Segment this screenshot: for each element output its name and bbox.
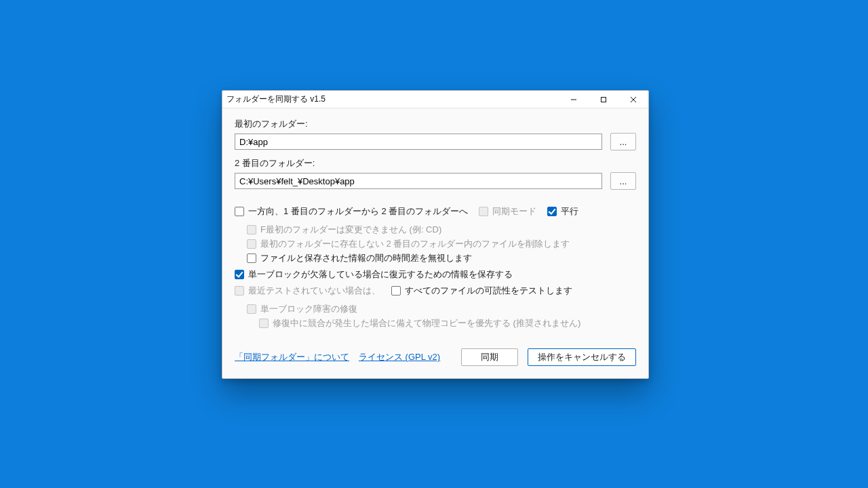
- ignore-time-diff-label: ファイルと保存された情報の間の時間差を無視します: [260, 252, 472, 264]
- parallel-label: 平行: [561, 205, 578, 218]
- test-all-readability-checkbox[interactable]: [391, 286, 401, 296]
- folder1-input[interactable]: [235, 134, 602, 150]
- folder2-label: 2 番目のフォルダー:: [235, 157, 636, 169]
- about-link[interactable]: 「同期フォルダー」について: [235, 351, 349, 363]
- if-not-tested-label: 最近テストされていない場合は、: [248, 285, 380, 297]
- sync-button[interactable]: 同期: [461, 348, 518, 366]
- maximize-button[interactable]: [589, 91, 618, 108]
- first-readonly-label: F最初のフォルダーは変更できません (例: CD): [260, 224, 441, 236]
- one-way-checkbox[interactable]: [235, 207, 244, 216]
- if-not-tested-checkbox: [235, 286, 244, 296]
- close-button[interactable]: [618, 91, 648, 108]
- dialog-window: フォルダーを同期する v1.5 最初のフォルダー: ... 2 番目のフォルダー…: [222, 90, 649, 379]
- parallel-checkbox[interactable]: [547, 207, 557, 216]
- license-link[interactable]: ライセンス (GPL v2): [359, 351, 440, 363]
- store-restore-info-label: 単一ブロックが欠落している場合に復元するための情報を保存する: [248, 268, 513, 281]
- repair-block-checkbox: [247, 304, 256, 314]
- first-readonly-checkbox: [247, 225, 256, 235]
- folder2-browse-button[interactable]: ...: [610, 172, 636, 190]
- cancel-button[interactable]: 操作をキャンセルする: [528, 348, 636, 366]
- folder1-label: 最初のフォルダー:: [235, 118, 636, 130]
- test-all-readability-label: すべてのファイルの可読性をテストします: [405, 285, 572, 297]
- dialog-body: 最初のフォルダー: ... 2 番目のフォルダー: ... 一方向、1 番目のフ…: [222, 108, 648, 378]
- svg-rect-1: [601, 97, 606, 102]
- folder1-browse-button[interactable]: ...: [610, 133, 636, 150]
- minimize-button[interactable]: [559, 91, 589, 108]
- one-way-label: 一方向、1 番目のフォルダーから 2 番目のフォルダーへ: [248, 205, 468, 218]
- folder2-input[interactable]: [235, 173, 602, 189]
- prefer-physical-copy-label: 修復中に競合が発生した場合に備えて物理コピーを優先する (推奨されません): [273, 317, 580, 329]
- repair-block-label: 単一ブロック障害の修復: [260, 303, 357, 315]
- delete-missing-checkbox: [247, 239, 256, 249]
- titlebar[interactable]: フォルダーを同期する v1.5: [222, 91, 648, 108]
- footer: 「同期フォルダー」について ライセンス (GPL v2) 同期 操作をキャンセル…: [235, 348, 636, 366]
- sync-mode-checkbox: [479, 207, 488, 216]
- direction-row: 一方向、1 番目のフォルダーから 2 番目のフォルダーへ 同期モード 平行: [235, 203, 636, 220]
- ignore-time-diff-checkbox[interactable]: [247, 253, 256, 263]
- window-title: フォルダーを同期する v1.5: [226, 94, 559, 105]
- sync-mode-label: 同期モード: [492, 205, 536, 218]
- store-restore-info-checkbox[interactable]: [235, 270, 244, 279]
- delete-missing-label: 最初のフォルダーに存在しない 2 番目のフォルダー内のファイルを削除します: [260, 238, 570, 250]
- prefer-physical-copy-checkbox: [259, 319, 269, 328]
